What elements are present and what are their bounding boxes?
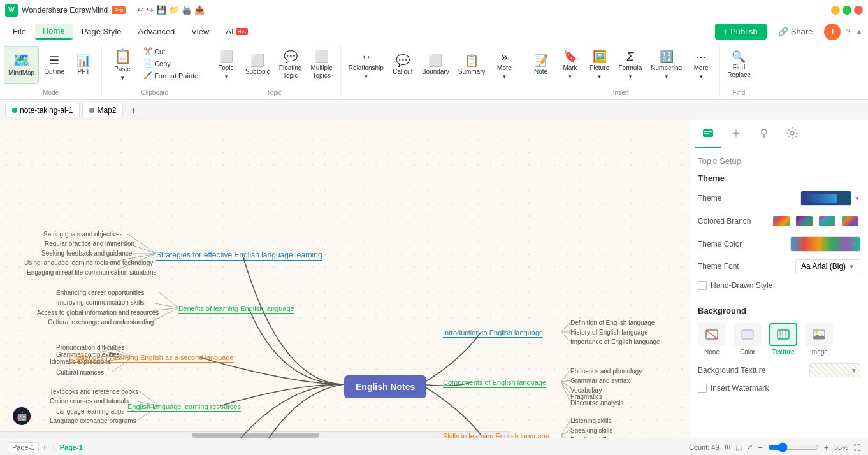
note-btn[interactable]: 📝 Note <box>527 46 555 84</box>
paste-btn[interactable]: 📋 Paste ▼ <box>106 46 139 84</box>
grid-icon[interactable]: ⊞ <box>725 443 730 451</box>
ppt-btn[interactable]: 📊 PPT <box>69 46 98 84</box>
maximize-btn[interactable] <box>843 6 851 15</box>
redo-btn[interactable]: ↪ <box>147 5 154 15</box>
hand-drawn-checkbox[interactable] <box>698 281 707 290</box>
theme-color-label: Theme Color <box>698 240 742 249</box>
menu-home[interactable]: Home <box>35 24 73 40</box>
zoom-in-btn[interactable]: + <box>824 442 829 452</box>
central-node[interactable]: English Notes <box>344 375 426 398</box>
menu-view[interactable]: View <box>184 24 217 39</box>
help-icon[interactable]: ? <box>846 27 850 36</box>
menu-ai[interactable]: AIHot <box>218 24 256 39</box>
summary-btn[interactable]: 📋 Summary <box>454 46 489 84</box>
watermark-checkbox[interactable] <box>698 384 707 393</box>
bg-opt-image[interactable]: Image <box>805 323 833 356</box>
add-page-btn[interactable]: + <box>41 442 47 453</box>
theme-color-selector[interactable]: ▼ <box>790 236 860 252</box>
bg-none-label: None <box>704 349 720 356</box>
current-page[interactable]: Page-1 <box>60 444 83 451</box>
close-btn[interactable] <box>854 6 863 15</box>
bg-opt-none[interactable]: None <box>698 323 726 356</box>
branch-strategies[interactable]: Strategies for effective English languag… <box>156 250 322 261</box>
insert-more-btn[interactable]: ⋯ More ▼ <box>687 46 715 84</box>
topic-group-label: Topic <box>212 87 336 97</box>
app-name: Wondershare EdrawMind <box>22 6 108 15</box>
relationship-btn[interactable]: ↔️ Relationship ▼ <box>345 46 387 84</box>
numbering-btn[interactable]: 🔢 Numbering ▼ <box>647 46 686 84</box>
branch-challenges[interactable]: Challenges in learning English as a seco… <box>69 354 234 363</box>
zoom-out-btn[interactable]: − <box>758 442 763 452</box>
branch-components[interactable]: Components of English language <box>443 379 546 388</box>
more-btn[interactable]: » More ▼ <box>491 46 519 84</box>
cut-btn[interactable]: ✂️ Cut <box>140 46 204 57</box>
fit-screen-icon[interactable]: ⛶ <box>853 444 860 451</box>
branch-introduction[interactable]: Introduction to English language <box>443 329 543 338</box>
panel-tab-sparkle[interactable] <box>723 123 749 148</box>
leaf-b2: Improving communication skills <box>56 299 144 306</box>
multiple-topics-btn[interactable]: ⬜ MultipleTopics <box>307 46 336 84</box>
theme-font-selector[interactable]: Aa Arial (Big) ▼ <box>795 259 860 273</box>
add-tab-btn[interactable]: + <box>126 103 141 118</box>
menu-page-style[interactable]: Page Style <box>74 24 129 39</box>
formula-btn[interactable]: Σ Formula ▼ <box>615 46 646 84</box>
cb-opt-2[interactable] <box>794 213 814 229</box>
floating-topic-btn[interactable]: 💬 FloatingTopic <box>275 46 306 84</box>
branch-resources[interactable]: English language learning resources <box>127 403 241 412</box>
panel-tab-topic[interactable] <box>695 123 721 148</box>
panel-tab-location[interactable] <box>751 123 777 148</box>
theme-preview[interactable] <box>800 191 851 206</box>
bg-color-label: Color <box>740 349 755 356</box>
save-icon[interactable]: 💾 <box>156 5 166 15</box>
undo-btn[interactable]: ↩ <box>137 5 144 15</box>
print-icon[interactable]: 🖨️ <box>182 5 192 15</box>
cb-opt-1[interactable] <box>771 213 792 229</box>
bg-opt-texture[interactable]: Texture <box>769 323 797 356</box>
export-icon[interactable]: 📤 <box>194 5 205 15</box>
picture-btn[interactable]: 🖼️ Picture ▼ <box>586 46 614 84</box>
open-icon[interactable]: 📁 <box>169 5 179 15</box>
leaf-sk1: Listening skills <box>570 417 611 424</box>
mark-btn[interactable]: 🔖 Mark ▼ <box>556 46 584 84</box>
subtopic-btn[interactable]: ⬜ Subtopic <box>242 46 274 84</box>
tab-map2[interactable]: Map2 <box>82 103 123 117</box>
texture-preview[interactable]: ▼ <box>809 363 860 377</box>
bg-texture-select-label: Background Texture <box>698 366 766 375</box>
zoom-slider[interactable] <box>768 442 819 452</box>
mindmap-btn[interactable]: 🗺️ MindMap <box>4 46 39 84</box>
publish-button[interactable]: ↑ Publish <box>715 24 767 40</box>
collapse-icon[interactable]: ▲ <box>855 27 863 36</box>
tab-note-taking[interactable]: note-taking-ai-1 <box>5 103 80 117</box>
cb-opt-3[interactable] <box>817 213 837 229</box>
theme-color-bar[interactable]: ▼ <box>790 236 860 252</box>
callout-btn[interactable]: 💬 Callout <box>389 46 417 84</box>
menu-file[interactable]: File <box>5 24 34 39</box>
theme-selector[interactable]: ▼ <box>800 191 860 206</box>
leaf-i2: History of English language <box>570 329 648 336</box>
topic-btn[interactable]: ⬜ Topic ▼ <box>212 46 240 84</box>
mind-map-canvas[interactable]: English Notes Strategies for effective E… <box>0 120 690 438</box>
share-button[interactable]: 🔗 Share <box>772 24 820 40</box>
page-divider: | <box>53 444 55 451</box>
menu-advanced[interactable]: Advanced <box>131 24 183 39</box>
page-tab[interactable]: Page-1 <box>8 442 39 452</box>
bg-opt-color[interactable]: Color <box>734 323 762 356</box>
find-replace-btn[interactable]: 🔍 FindReplace <box>723 46 755 84</box>
theme-font-row: Theme Font Aa Arial (Big) ▼ <box>698 259 860 273</box>
branch-skills[interactable]: Skills in learning English language <box>443 432 549 438</box>
fullscreen-icon[interactable]: ⤢ <box>747 443 753 451</box>
svg-line-45 <box>706 330 718 339</box>
user-avatar[interactable]: I <box>824 24 841 40</box>
cb-opt-4[interactable] <box>840 213 860 229</box>
outline-btn[interactable]: ☰ Outline <box>40 46 68 84</box>
leaf-co2: Grammar and syntax <box>570 377 630 384</box>
format-painter-btn[interactable]: 🖌️ Format Painter <box>140 70 204 81</box>
fit-page-icon[interactable]: ⬚ <box>735 443 742 451</box>
ribbon-rel-items: ↔️ Relationship ▼ 💬 Callout ⬜ Boundary 📋… <box>345 46 519 87</box>
branch-benefits[interactable]: Benefits of learning English language <box>178 305 294 314</box>
panel-tab-settings[interactable] <box>779 123 805 148</box>
boundary-btn[interactable]: ⬜ Boundary <box>418 46 453 84</box>
copy-btn[interactable]: 📄 Copy <box>140 58 204 69</box>
share-icon: 🔗 <box>778 27 788 36</box>
minimize-btn[interactable] <box>831 6 840 15</box>
